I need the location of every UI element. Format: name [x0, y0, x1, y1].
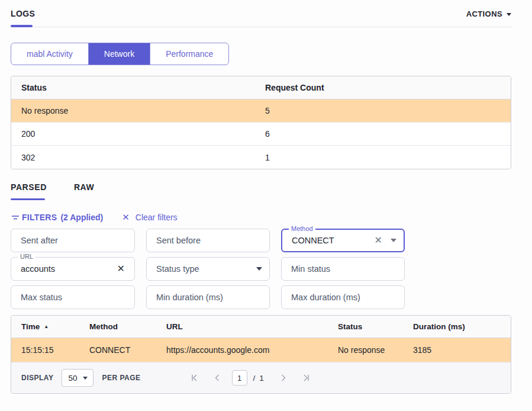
results-col-status[interactable]: Status	[338, 322, 413, 331]
filter-icon	[11, 213, 20, 222]
summary-cell-count: 5	[265, 106, 511, 115]
table-row[interactable]: 302 1	[11, 146, 511, 169]
sent-before-field[interactable]	[146, 229, 270, 252]
tab-parsed-label: PARSED	[11, 182, 47, 192]
log-type-button-group: mabl Activity Network Performance	[11, 43, 229, 65]
actions-label: ACTIONS	[466, 9, 502, 18]
active-tab-indicator	[11, 25, 33, 27]
url-input[interactable]	[21, 264, 115, 274]
cell-duration: 3185	[413, 345, 511, 355]
cell-time: 15:15:15	[21, 345, 89, 355]
method-field[interactable]: Method ✕	[281, 229, 405, 252]
results-col-url[interactable]: URL	[166, 322, 338, 331]
tab-raw[interactable]: RAW	[74, 182, 94, 200]
sent-before-input[interactable]	[156, 236, 262, 245]
view-tabs: PARSED RAW	[11, 182, 511, 200]
log-type-performance[interactable]: Performance	[150, 43, 228, 65]
method-field-label: Method	[289, 225, 315, 233]
min-status-input[interactable]	[291, 264, 397, 274]
table-row[interactable]: 15:15:15 CONNECT https://accounts.google…	[11, 338, 511, 362]
table-row[interactable]: No response 5	[11, 99, 511, 123]
summary-col-count: Request Count	[265, 83, 511, 92]
url-field-label: URL	[18, 253, 36, 261]
page-title: LOGS	[11, 9, 35, 18]
active-tab-indicator	[11, 198, 45, 200]
cell-method: CONNECT	[89, 345, 166, 355]
table-row[interactable]: 200 6	[11, 123, 511, 146]
max-status-field[interactable]	[11, 285, 135, 309]
actions-menu-button[interactable]: ACTIONS	[466, 0, 511, 18]
summary-header-row: Status Request Count	[11, 76, 511, 99]
page-header: LOGS ACTIONS	[11, 0, 511, 27]
pagination-bar: DISPLAY 50 PER PAGE 1	[11, 362, 511, 393]
status-type-field[interactable]: Status type	[146, 257, 270, 281]
filter-grid: Method ✕ URL ✕ Status type	[11, 229, 511, 309]
page-size-caret-icon	[83, 377, 88, 380]
max-duration-field[interactable]	[281, 285, 405, 309]
clear-filters-link[interactable]: Clear filters	[136, 213, 178, 222]
page-separator: /	[253, 374, 256, 383]
results-col-method[interactable]: Method	[89, 322, 166, 331]
filters-applied-count: (2 Applied)	[60, 213, 103, 222]
tab-logs[interactable]: LOGS	[11, 0, 35, 27]
summary-cell-status: 302	[11, 153, 265, 162]
page-total: / 1	[253, 374, 264, 383]
summary-col-status: Status	[11, 83, 265, 92]
page-size-value: 50	[68, 374, 77, 383]
cell-status: No response	[338, 345, 413, 355]
log-type-network[interactable]: Network	[88, 43, 150, 65]
max-status-input[interactable]	[21, 293, 127, 302]
page-size-select[interactable]: 50	[62, 369, 93, 387]
filters-header: FILTERS (2 Applied) ✕ Clear filters	[11, 212, 511, 223]
min-status-field[interactable]	[281, 257, 405, 281]
cell-url: https://accounts.google.com	[166, 345, 338, 355]
method-clear-icon[interactable]: ✕	[372, 236, 385, 245]
status-summary-table: Status Request Count No response 5 200 6…	[11, 76, 511, 169]
tab-raw-label: RAW	[74, 182, 94, 192]
tab-parsed[interactable]: PARSED	[11, 182, 47, 200]
min-duration-input[interactable]	[156, 293, 262, 302]
sort-ascending-icon: ▲	[44, 324, 49, 329]
summary-cell-count: 6	[265, 129, 511, 139]
status-type-placeholder: Status type	[156, 264, 250, 274]
summary-cell-status: No response	[11, 106, 265, 115]
method-dropdown-caret-icon[interactable]	[391, 239, 396, 242]
method-input[interactable]	[292, 236, 372, 245]
total-pages: 1	[259, 374, 264, 383]
logs-page: LOGS ACTIONS mabl Activity Network Perfo…	[0, 0, 532, 394]
next-page-icon[interactable]	[272, 370, 295, 386]
filters-title: FILTERS	[22, 213, 57, 222]
clear-filters-icon[interactable]: ✕	[122, 212, 130, 223]
results-header-row: Time ▲ Method URL Status Duration (ms)	[11, 316, 511, 338]
per-page-label: PER PAGE	[102, 374, 140, 382]
current-page-input[interactable]: 1	[232, 370, 247, 386]
url-clear-icon[interactable]: ✕	[115, 264, 127, 274]
summary-cell-status: 200	[11, 129, 265, 139]
first-page-icon[interactable]	[183, 370, 206, 386]
log-type-mabl-activity[interactable]: mabl Activity	[11, 43, 88, 65]
network-requests-table: Time ▲ Method URL Status Duration (ms) 1…	[11, 315, 511, 394]
last-page-icon[interactable]	[295, 370, 317, 386]
display-label: DISPLAY	[21, 374, 53, 382]
chevron-down-icon	[507, 13, 511, 16]
previous-page-icon[interactable]	[206, 370, 228, 386]
min-duration-field[interactable]	[146, 285, 270, 309]
status-type-dropdown-caret-icon[interactable]	[256, 267, 262, 271]
summary-cell-count: 1	[265, 153, 511, 162]
url-field[interactable]: URL ✕	[11, 257, 135, 281]
results-col-duration[interactable]: Duration (ms)	[413, 322, 511, 331]
sent-after-field[interactable]	[11, 229, 135, 252]
results-col-time[interactable]: Time ▲	[21, 322, 89, 331]
pager-controls: 1 / 1	[183, 370, 317, 386]
results-col-time-label: Time	[21, 322, 40, 331]
sent-after-input[interactable]	[21, 236, 127, 245]
max-duration-input[interactable]	[291, 293, 397, 302]
